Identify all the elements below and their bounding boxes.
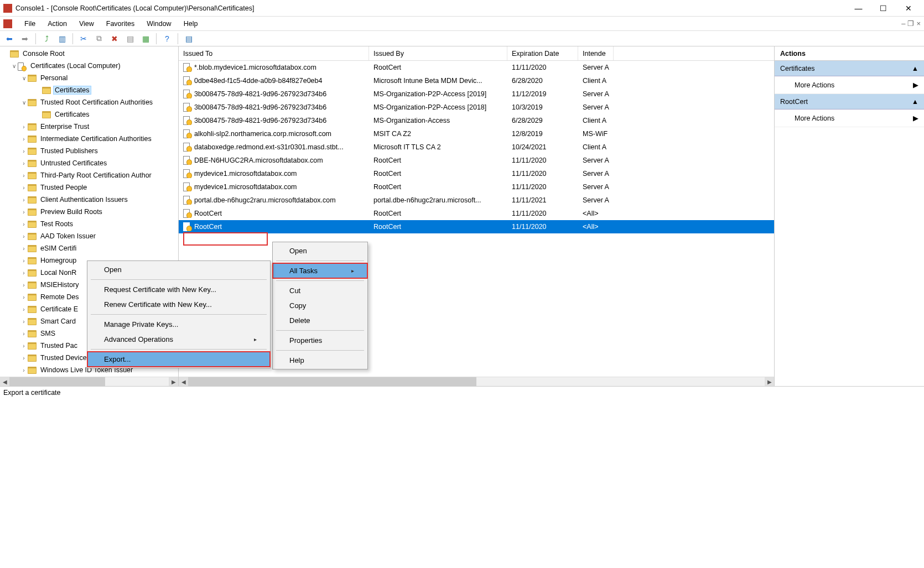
actions-section-rootcert[interactable]: RootCert▲: [775, 94, 924, 110]
table-row[interactable]: 0dbe48ed-f1c5-4dde-a0b9-b84f827e0eb4Micr…: [179, 74, 774, 87]
tree-certificates-local-computer[interactable]: ∨Certificates (Local Computer): [0, 60, 178, 72]
menu-help[interactable]: Help: [183, 19, 199, 29]
menu-action[interactable]: Action: [46, 19, 68, 29]
scroll-left-button[interactable]: ◀: [0, 377, 9, 386]
actions-more-actions-1[interactable]: More Actions▶: [775, 76, 924, 94]
tree-personal[interactable]: ∨Personal: [0, 72, 178, 84]
ctx-cut[interactable]: Cut: [273, 283, 367, 298]
ctx-all-tasks[interactable]: All Tasks▸: [273, 263, 367, 278]
table-row[interactable]: *.blob.mydevice1.microsoftdatabox.comRoo…: [179, 61, 774, 74]
tree-item[interactable]: ›AAD Token Issuer: [0, 230, 178, 242]
tree-item[interactable]: ›Preview Build Roots: [0, 206, 178, 218]
col-intended-purposes[interactable]: Intende: [578, 46, 614, 60]
up-button[interactable]: ⤴: [40, 33, 53, 45]
tree-item[interactable]: ›Trusted Publishers: [0, 145, 178, 157]
certificate-icon: [183, 169, 192, 178]
tree-trusted-root-ca[interactable]: ∨Trusted Root Certification Authorities: [0, 96, 178, 108]
back-button[interactable]: ⬅: [3, 33, 15, 45]
context-menu-certificate: Open All Tasks▸ Cut Copy Delete Properti…: [272, 242, 368, 369]
table-row[interactable]: mydevice1.microsoftdatabox.comRootCert11…: [179, 167, 774, 180]
forward-button[interactable]: ➡: [19, 33, 31, 45]
ctx-at-manage-private-keys[interactable]: Manage Private Keys...: [87, 317, 270, 332]
maximize-button[interactable]: ☐: [871, 1, 896, 16]
menu-bar: File Action View Favorites Window Help –…: [0, 17, 924, 31]
table-row[interactable]: databoxedge.redmond.ext-s31r0301.masd.st…: [179, 140, 774, 154]
menu-window[interactable]: Window: [146, 19, 172, 29]
table-row[interactable]: RootCertRootCert11/11/2020<All>: [179, 220, 774, 233]
ctx-delete[interactable]: Delete: [273, 313, 367, 328]
tree-item[interactable]: ›Test Roots: [0, 218, 178, 230]
scroll-thumb[interactable]: [9, 377, 105, 386]
table-row[interactable]: alkohli-slp2.northamerica.corp.microsoft…: [179, 127, 774, 140]
app-icon: [3, 4, 12, 13]
copy-button[interactable]: ⧉: [93, 33, 105, 45]
collapse-icon: ▲: [912, 98, 918, 106]
ctx-at-advanced-operations[interactable]: Advanced Operations▸: [87, 332, 270, 347]
tree-item[interactable]: ›Client Authentication Issuers: [0, 194, 178, 206]
minimize-button[interactable]: —: [846, 1, 871, 16]
menu-file[interactable]: File: [23, 19, 37, 29]
properties-button[interactable]: ▤: [124, 33, 136, 45]
tree-item[interactable]: ›Third-Party Root Certification Author: [0, 169, 178, 181]
view-options-button[interactable]: ▤: [183, 33, 195, 45]
doc-minimize-icon[interactable]: –: [901, 19, 905, 28]
help-button[interactable]: ?: [161, 33, 173, 45]
certificate-icon: [183, 209, 192, 218]
status-bar: Export a certificate: [0, 386, 924, 398]
table-row[interactable]: DBE-N6HUGC2RA.microsoftdatabox.comRootCe…: [179, 154, 774, 167]
toolbar: ⬅ ➡ ⤴ ▥ ✂ ⧉ ✖ ▤ ▦ ? ▤: [0, 31, 924, 46]
scroll-right-button[interactable]: ▶: [169, 377, 178, 386]
cut-button[interactable]: ✂: [77, 33, 90, 45]
ctx-at-open[interactable]: Open: [87, 262, 270, 277]
certificate-icon: [183, 90, 192, 98]
context-submenu-all-tasks: Open Request Certificate with New Key...…: [87, 260, 271, 368]
window-title: Console1 - [Console Root\Certificates (L…: [15, 4, 846, 12]
ctx-at-request-new-key[interactable]: Request Certificate with New Key...: [87, 282, 270, 297]
tree-item[interactable]: ›Trusted People: [0, 181, 178, 194]
actions-more-actions-2[interactable]: More Actions▶: [775, 110, 924, 127]
ctx-properties[interactable]: Properties: [273, 333, 367, 348]
tree-item[interactable]: ›Enterprise Trust: [0, 121, 178, 133]
tree-console-root[interactable]: Console Root: [0, 48, 178, 60]
tree-personal-certificates[interactable]: Certificates: [0, 84, 178, 96]
tree-item[interactable]: ›eSIM Certifi: [0, 242, 178, 254]
certificate-icon: [183, 222, 192, 231]
title-bar: Console1 - [Console Root\Certificates (L…: [0, 0, 924, 17]
table-row[interactable]: mydevice1.microsoftdatabox.comRootCert11…: [179, 180, 774, 194]
delete-button[interactable]: ✖: [108, 33, 121, 45]
table-row[interactable]: 3b008475-78d9-4821-9d96-267923d734b6MS-O…: [179, 87, 774, 101]
menu-favorites[interactable]: Favorites: [105, 19, 136, 29]
ctx-open[interactable]: Open: [273, 243, 367, 258]
tree-trca-certificates[interactable]: Certificates: [0, 108, 178, 121]
col-issued-by[interactable]: Issued By: [369, 46, 507, 60]
export-button[interactable]: ▦: [139, 33, 152, 45]
show-hide-tree-button[interactable]: ▥: [56, 33, 68, 45]
list-header: Issued To Issued By Expiration Date Inte…: [179, 46, 774, 61]
scroll-thumb[interactable]: [188, 377, 476, 386]
table-row[interactable]: 3b008475-78d9-4821-9d96-267923d734b6MS-O…: [179, 101, 774, 114]
actions-section-certificates[interactable]: Certificates▲: [775, 61, 924, 76]
col-issued-to[interactable]: Issued To: [179, 46, 369, 60]
scroll-left-button[interactable]: ◀: [179, 377, 188, 386]
close-button[interactable]: ✕: [896, 1, 921, 16]
scroll-right-button[interactable]: ▶: [765, 377, 774, 386]
list-horizontal-scrollbar[interactable]: ◀ ▶: [179, 377, 774, 386]
doc-restore-icon[interactable]: ❐: [907, 19, 914, 28]
tree-item[interactable]: ›Untrusted Certificates: [0, 157, 178, 169]
table-row[interactable]: 3b008475-78d9-4821-9d96-267923d734b6MS-O…: [179, 114, 774, 127]
actions-pane: Actions Certificates▲ More Actions▶ Root…: [775, 46, 924, 386]
table-row[interactable]: portal.dbe-n6hugc2raru.microsoftdatabox.…: [179, 194, 774, 207]
ctx-copy[interactable]: Copy: [273, 298, 367, 313]
certificate-icon: [183, 143, 192, 152]
ctx-help[interactable]: Help: [273, 353, 367, 368]
menu-view[interactable]: View: [78, 19, 95, 29]
tree-item[interactable]: ›Intermediate Certification Authorities: [0, 133, 178, 145]
ctx-at-renew-new-key[interactable]: Renew Certificate with New Key...: [87, 297, 270, 312]
certificate-icon: [183, 129, 192, 138]
certificate-icon: [183, 156, 192, 165]
table-row[interactable]: RootCertRootCert11/11/2020<All>: [179, 207, 774, 220]
ctx-at-export[interactable]: Export...: [87, 352, 270, 367]
tree-horizontal-scrollbar[interactable]: ◀ ▶: [0, 377, 178, 386]
doc-close-icon[interactable]: ×: [916, 19, 921, 28]
col-expiration-date[interactable]: Expiration Date: [507, 46, 578, 60]
